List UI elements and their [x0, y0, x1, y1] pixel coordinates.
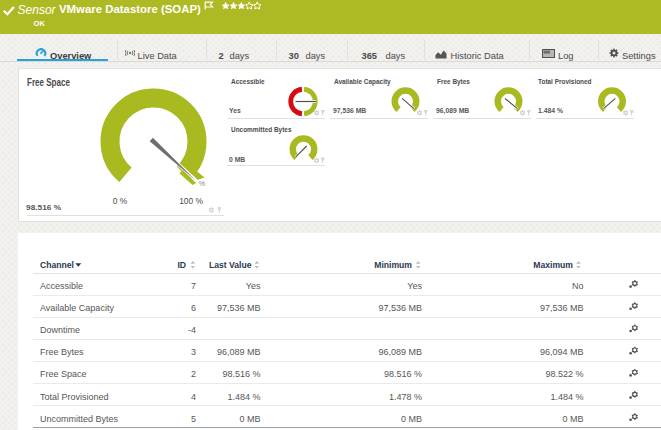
svg-text:%: % [199, 179, 206, 188]
